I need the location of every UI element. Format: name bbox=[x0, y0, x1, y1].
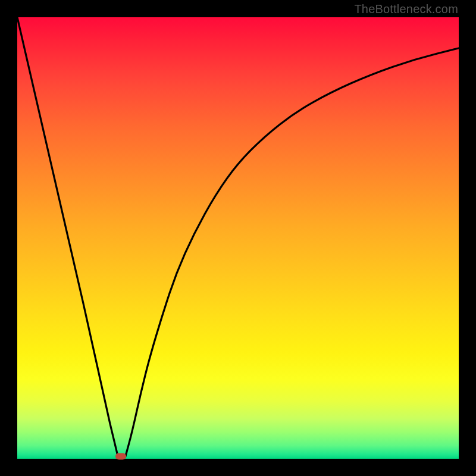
bottleneck-curve bbox=[17, 17, 459, 459]
plot-area bbox=[17, 17, 459, 459]
site-watermark: TheBottleneck.com bbox=[354, 2, 458, 16]
optimum-marker bbox=[115, 453, 126, 460]
chart-frame: TheBottleneck.com bbox=[0, 0, 476, 476]
